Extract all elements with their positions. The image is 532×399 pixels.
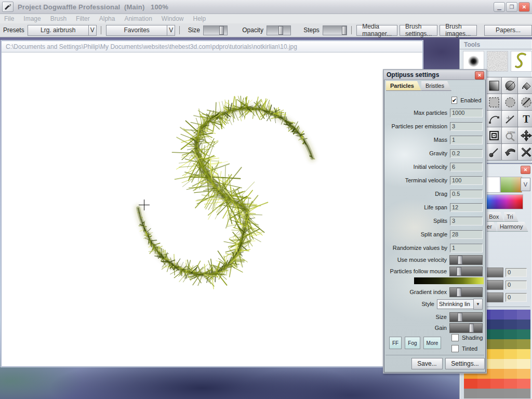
gradient-index-slider[interactable] <box>449 287 483 297</box>
color-swatch[interactable] <box>504 349 517 359</box>
tinted-checkbox[interactable] <box>451 345 459 352</box>
randomize-values-input[interactable] <box>450 244 483 252</box>
pan-tool[interactable] <box>517 127 532 144</box>
color-value-1[interactable] <box>506 268 527 277</box>
steps-slider[interactable] <box>323 25 347 35</box>
gain-slider[interactable] <box>449 323 483 333</box>
color-swatch[interactable] <box>490 379 504 389</box>
size-slider[interactable] <box>203 25 228 35</box>
color-swatch[interactable] <box>517 339 530 349</box>
menu-filter[interactable]: Filter <box>76 15 90 22</box>
settings-button[interactable]: Settings... <box>445 358 485 369</box>
color-swatch[interactable] <box>504 389 517 398</box>
menu-animation[interactable]: Animation <box>124 15 152 22</box>
enabled-checkbox[interactable]: ✔ <box>451 97 457 104</box>
life-span-input[interactable] <box>450 203 483 212</box>
color-swatch[interactable] <box>517 379 530 389</box>
color-swatch[interactable] <box>490 349 504 359</box>
color-swatch[interactable] <box>504 329 517 339</box>
curve-tool[interactable] <box>485 110 502 127</box>
color-swatch[interactable] <box>464 379 477 389</box>
dialog-close-icon[interactable]: ✕ <box>475 71 484 79</box>
slider-thumb[interactable] <box>469 324 474 332</box>
slider-thumb[interactable] <box>458 256 462 264</box>
media-manager-button[interactable]: Media manager... <box>356 25 397 36</box>
tab-particles[interactable]: Particles <box>386 81 421 91</box>
menu-alpha[interactable]: Alpha <box>99 15 115 22</box>
split-angle-input[interactable] <box>450 230 483 239</box>
line-tool[interactable] <box>501 110 518 127</box>
use-mouse-velocity-slider[interactable] <box>449 255 483 265</box>
color-swatch[interactable] <box>517 349 530 359</box>
color-swatch[interactable] <box>504 320 517 329</box>
color-swatch[interactable] <box>517 389 530 398</box>
fog-button[interactable]: Fog <box>405 337 420 349</box>
mass-input[interactable] <box>450 136 483 144</box>
slider-thumb[interactable] <box>457 288 461 297</box>
brush-settings-button[interactable]: Brush settings... <box>400 25 437 36</box>
favorites-dropdown[interactable]: Favorites <box>106 25 167 36</box>
particles-follow-mouse-slider[interactable] <box>449 267 483 276</box>
ff-button[interactable]: FF <box>389 337 402 349</box>
picker-pin-tool[interactable] <box>485 143 502 161</box>
brush-preset-dropdown[interactable]: Lrg. airbrush <box>28 25 89 36</box>
undo-arrow-tool[interactable] <box>501 143 518 161</box>
document-title-bar[interactable]: C:\Documents and Settings\Philip\My Docu… <box>2 41 422 52</box>
menu-brush[interactable]: Brush <box>50 15 66 22</box>
menu-window[interactable]: Window <box>162 15 184 22</box>
color-swatch[interactable] <box>504 379 517 389</box>
papers-button[interactable]: Papers... <box>484 25 532 36</box>
terminal-velocity-input[interactable] <box>450 176 483 185</box>
color-swatch[interactable] <box>490 389 504 398</box>
particle-size-slider[interactable] <box>449 312 483 322</box>
shading-checkbox[interactable] <box>451 334 459 341</box>
menu-file[interactable]: File <box>4 15 14 22</box>
color-swatch[interactable] <box>517 310 530 320</box>
particles-per-emission-input[interactable] <box>450 122 483 131</box>
brush-images-button[interactable]: Brush images... <box>440 25 477 36</box>
slider-thumb[interactable] <box>457 267 461 276</box>
color-value-3[interactable] <box>506 293 527 302</box>
brush-preset-arrow[interactable]: V <box>88 25 97 36</box>
canvas[interactable] <box>2 52 421 366</box>
steps-slider-thumb[interactable] <box>342 26 347 35</box>
color-swatch[interactable] <box>464 389 477 398</box>
color-swatch[interactable] <box>490 310 504 320</box>
brush-preview-s-curve[interactable] <box>511 51 532 72</box>
dialog-title-bar[interactable]: Optipuss settings ✕ <box>384 70 486 80</box>
color-swatch[interactable] <box>490 339 504 349</box>
rect-select-tool[interactable] <box>485 94 502 111</box>
save-button[interactable]: Save... <box>411 358 443 369</box>
ellipse-gradient-tool[interactable] <box>501 77 518 94</box>
tab-bristles[interactable]: Bristles <box>421 81 451 91</box>
gravity-input[interactable] <box>450 149 483 158</box>
size-slider-thumb[interactable] <box>219 26 224 35</box>
color-swatch[interactable] <box>504 339 517 349</box>
gradient-fill-tool[interactable] <box>485 77 502 94</box>
minimize-button[interactable]: ▁ <box>494 2 505 12</box>
opacity-slider[interactable] <box>267 25 291 35</box>
drag-input[interactable] <box>450 190 483 198</box>
color-swatch[interactable] <box>490 369 504 379</box>
favorites-arrow[interactable]: V <box>167 25 175 36</box>
brush-preview-airbrush[interactable] <box>463 51 484 72</box>
tab-tri[interactable]: Tri <box>504 212 518 222</box>
splits-input[interactable] <box>450 217 483 225</box>
style-dropdown-arrow-icon[interactable]: ▼ <box>473 299 483 310</box>
color-swatch[interactable] <box>490 359 504 369</box>
opacity-slider-thumb[interactable] <box>278 26 283 35</box>
slider-thumb[interactable] <box>458 313 462 322</box>
color-panel-close-icon[interactable]: ✕ <box>521 166 530 174</box>
color-panel-dropdown[interactable]: V <box>521 178 530 191</box>
cross-tool[interactable] <box>517 143 532 161</box>
color-swatch[interactable] <box>517 369 530 379</box>
color-swatch[interactable] <box>477 389 491 398</box>
zoom-100-tool[interactable]: 100% <box>501 127 518 144</box>
color-swatch[interactable] <box>517 359 530 369</box>
color-swatch[interactable] <box>490 329 504 339</box>
menu-help[interactable]: Help <box>193 15 206 22</box>
color-swatch[interactable] <box>504 310 517 320</box>
restore-button[interactable]: ❐ <box>506 2 517 12</box>
gradient-swatch[interactable] <box>500 177 522 193</box>
initial-velocity-input[interactable] <box>450 163 483 171</box>
